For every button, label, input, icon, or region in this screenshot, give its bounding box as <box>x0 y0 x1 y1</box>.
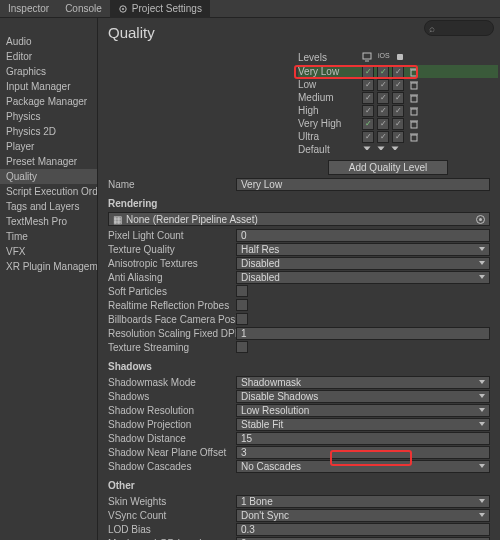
trash-icon[interactable] <box>409 106 419 116</box>
object-picker-icon[interactable] <box>476 215 485 224</box>
svg-rect-11 <box>411 109 417 115</box>
add-quality-level-button[interactable]: Add Quality Level <box>328 160 448 175</box>
r-anti-aliasing-field[interactable]: Disabled <box>236 271 490 284</box>
svg-rect-2 <box>363 53 371 59</box>
page-title: Quality <box>108 24 490 41</box>
o-skin-weights-field[interactable]: 1 Bone <box>236 495 490 508</box>
sidebar-item-audio[interactable]: Audio <box>0 34 97 49</box>
svg-point-1 <box>122 8 124 10</box>
level-check[interactable] <box>362 79 374 91</box>
tab-console[interactable]: Console <box>57 0 110 18</box>
r-realtime-reflection-probes: Realtime Reflection Probes <box>108 298 490 312</box>
r-soft-particles-label: Soft Particles <box>108 286 236 297</box>
sidebar-item-script-execution-order[interactable]: Script Execution Order <box>0 184 97 199</box>
level-row-ultra[interactable]: Ultra <box>298 130 498 143</box>
s-shadow-distance-field[interactable]: 15 <box>236 432 490 445</box>
android-icon <box>396 52 404 64</box>
r-anisotropic-textures: Anisotropic TexturesDisabled <box>108 256 490 270</box>
r-pixel-light-count-label: Pixel Light Count <box>108 230 236 241</box>
r-soft-particles-checkbox[interactable] <box>236 285 248 297</box>
r-realtime-reflection-probes-checkbox[interactable] <box>236 299 248 311</box>
r-anisotropic-textures-field[interactable]: Disabled <box>236 257 490 270</box>
level-check[interactable] <box>392 105 404 117</box>
trash-icon[interactable] <box>409 132 419 142</box>
sidebar-item-xr-plugin-management[interactable]: XR Plugin Management <box>0 259 97 274</box>
s-shadow-cascades-label: Shadow Cascades <box>108 461 236 472</box>
level-check[interactable] <box>362 131 374 143</box>
sidebar-item-package-manager[interactable]: Package Manager <box>0 94 97 109</box>
level-row-medium[interactable]: Medium <box>298 91 498 104</box>
r-texture-streaming: Texture Streaming <box>108 340 490 354</box>
settings-sidebar: AudioEditorGraphicsInput ManagerPackage … <box>0 18 98 540</box>
tab-project-settings[interactable]: Project Settings <box>110 0 210 18</box>
level-check[interactable] <box>377 92 389 104</box>
s-shadowmask-mode-field[interactable]: Shadowmask <box>236 376 490 389</box>
level-check[interactable] <box>362 105 374 117</box>
default-android-dropdown[interactable] <box>392 146 399 153</box>
level-row-very-high[interactable]: Very High <box>298 117 498 130</box>
tab-inspector[interactable]: Inspector <box>0 0 57 18</box>
trash-icon[interactable] <box>409 93 419 103</box>
level-check[interactable] <box>377 105 389 117</box>
o-lod-bias-field[interactable]: 0.3 <box>236 523 490 536</box>
default-desktop-dropdown[interactable] <box>364 146 371 153</box>
level-check[interactable] <box>392 118 404 130</box>
s-shadowmask-mode: Shadowmask ModeShadowmask <box>108 375 490 389</box>
sidebar-item-physics-2d[interactable]: Physics 2D <box>0 124 97 139</box>
level-check[interactable] <box>377 66 389 78</box>
s-shadow-projection: Shadow ProjectionStable Fit <box>108 417 490 431</box>
level-check[interactable] <box>392 79 404 91</box>
level-check[interactable] <box>377 131 389 143</box>
level-check[interactable] <box>362 66 374 78</box>
sidebar-item-quality[interactable]: Quality <box>0 169 97 184</box>
s-shadow-projection-field[interactable]: Stable Fit <box>236 418 490 431</box>
default-ios-dropdown[interactable] <box>378 146 385 153</box>
sidebar-item-tags-and-layers[interactable]: Tags and Layers <box>0 199 97 214</box>
sidebar-item-player[interactable]: Player <box>0 139 97 154</box>
r-billboards-face-camera-position-checkbox[interactable] <box>236 313 248 325</box>
r-anti-aliasing-label: Anti Aliasing <box>108 272 236 283</box>
level-check[interactable] <box>392 131 404 143</box>
level-check[interactable] <box>392 92 404 104</box>
o-maximum-lod-level-field[interactable]: 0 <box>236 537 490 541</box>
shadows-header: Shadows <box>108 360 490 373</box>
render-pipeline-asset[interactable]: ▦None (Render Pipeline Asset) <box>108 212 490 226</box>
sidebar-item-textmesh-pro[interactable]: TextMesh Pro <box>0 214 97 229</box>
r-pixel-light-count-field[interactable]: 0 <box>236 229 490 242</box>
r-soft-particles: Soft Particles <box>108 284 490 298</box>
r-resolution-scaling-fixed-dpi-factor-field[interactable]: 1 <box>236 327 490 340</box>
sidebar-item-physics[interactable]: Physics <box>0 109 97 124</box>
sidebar-item-input-manager[interactable]: Input Manager <box>0 79 97 94</box>
r-realtime-reflection-probes-label: Realtime Reflection Probes <box>108 300 236 311</box>
r-texture-quality-field[interactable]: Half Res <box>236 243 490 256</box>
s-shadow-resolution-field[interactable]: Low Resolution <box>236 404 490 417</box>
s-shadow-resolution: Shadow ResolutionLow Resolution <box>108 403 490 417</box>
s-shadows-field[interactable]: Disable Shadows <box>236 390 490 403</box>
trash-icon[interactable] <box>409 80 419 90</box>
trash-icon[interactable] <box>409 67 419 77</box>
s-shadow-resolution-label: Shadow Resolution <box>108 405 236 416</box>
sidebar-item-vfx[interactable]: VFX <box>0 244 97 259</box>
sidebar-item-time[interactable]: Time <box>0 229 97 244</box>
level-check[interactable] <box>392 66 404 78</box>
r-texture-streaming-checkbox[interactable] <box>236 341 248 353</box>
svg-rect-7 <box>411 83 417 89</box>
level-row-low[interactable]: Low <box>298 78 498 91</box>
r-billboards-face-camera-position: Billboards Face Camera Position <box>108 312 490 326</box>
trash-icon[interactable] <box>409 119 419 129</box>
o-vsync-count-field[interactable]: Don't Sync <box>236 509 490 522</box>
o-skin-weights: Skin Weights1 Bone <box>108 494 490 508</box>
level-check[interactable] <box>377 118 389 130</box>
sidebar-item-graphics[interactable]: Graphics <box>0 64 97 79</box>
level-check[interactable] <box>362 92 374 104</box>
level-check[interactable] <box>362 118 374 130</box>
name-row-field[interactable]: Very Low <box>236 178 490 191</box>
sidebar-item-editor[interactable]: Editor <box>0 49 97 64</box>
r-anti-aliasing: Anti AliasingDisabled <box>108 270 490 284</box>
level-row-high[interactable]: High <box>298 104 498 117</box>
s-shadow-cascades-field[interactable]: No Cascades <box>236 460 490 473</box>
sidebar-item-preset-manager[interactable]: Preset Manager <box>0 154 97 169</box>
s-shadow-near-plane-offset-field[interactable]: 3 <box>236 446 490 459</box>
level-row-very-low[interactable]: Very Low <box>298 65 498 78</box>
level-check[interactable] <box>377 79 389 91</box>
